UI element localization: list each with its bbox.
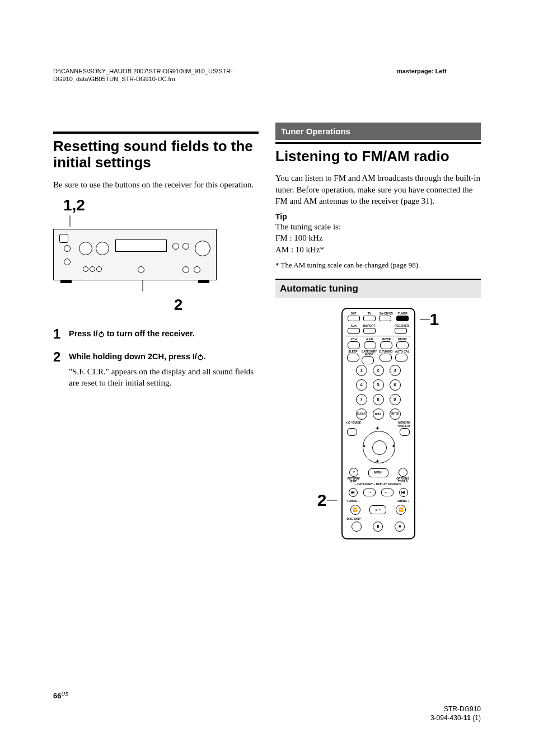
category-label: – CATEGORY + REPLAY ADVANCE <box>343 482 414 486</box>
tip-line: FM : 100 kHz <box>275 232 481 243</box>
file-path-header: D:\CANNES\SONY_HA\JOB 2007\STR-DG910\IM_… <box>53 67 481 83</box>
document-page: D:\CANNES\SONY_HA\JOB 2007\STR-DG910\IM_… <box>0 0 534 756</box>
leader-line-bottom <box>53 280 216 292</box>
right-paragraph: You can listen to FM and AM broadcasts t… <box>275 172 481 206</box>
power-icon <box>98 331 105 337</box>
receiver-illustration <box>53 229 217 280</box>
callout-2-wrap: 2 <box>317 492 337 509</box>
page-number: 66US <box>53 691 68 700</box>
doc-id-footer: STR-DG910 3-094-430-11 (1) <box>430 705 481 722</box>
step-1-title: Press I/ to turn off the receiver. <box>69 328 259 340</box>
disc-skip-label: DISC SKIP <box>347 517 361 520</box>
file-path: D:\CANNES\SONY_HA\JOB 2007\STR-DG910\IM_… <box>53 67 294 83</box>
left-column: Resetting sound fields to the initial se… <box>53 123 259 539</box>
step-1: 1 Press I/ to turn off the receiver. <box>53 327 259 343</box>
power-icon <box>197 354 204 360</box>
footnote: * The AM tuning scale can be changed (pa… <box>275 261 481 270</box>
memory-label: MEMORY *DISPLAY <box>393 421 411 428</box>
right-column: Tuner Operations Listening to FM/AM radi… <box>275 123 481 539</box>
section-heading: Tuner Operations <box>275 123 481 140</box>
step-2-desc: "S.F. CLR." appears on the display and a… <box>69 366 259 389</box>
remote-illustration: SAT TV SA-CD/CD TUNER AUX DMPORT . RECEI… <box>341 308 415 539</box>
step-number: 1 <box>53 327 69 343</box>
model-name: STR-DG910 <box>430 705 481 713</box>
remote-diagram: 2 SAT TV SA-CD/CD TUNER AUX DMPORT <box>275 308 481 539</box>
tip-line: The tuning scale is: <box>275 221 481 232</box>
guide-label: >10 *GUIDE <box>346 421 363 424</box>
step-list: 1 Press I/ to turn off the receiver. 2 W… <box>53 327 259 389</box>
right-title: Listening to FM/AM radio <box>275 148 481 165</box>
callout-1: 1 <box>430 311 439 328</box>
leader-line-top <box>53 215 216 227</box>
masterpage-indicator: masterpage: Left <box>397 67 481 83</box>
masterpage-value: Left <box>435 68 446 74</box>
sub-heading: Automatic tuning <box>275 279 481 298</box>
left-title: Resetting sound fields to the initial se… <box>53 138 259 172</box>
receiver-diagram: 1,2 <box>53 196 259 314</box>
tip-heading: Tip <box>275 212 481 221</box>
section-rule <box>275 142 481 144</box>
section-rule <box>53 132 259 134</box>
callout-2: 2 <box>317 492 327 509</box>
step-2: 2 While holding down 2CH, press I/. "S.F… <box>53 350 259 388</box>
diagram-label-bottom: 2 <box>53 296 259 314</box>
leader-line <box>327 498 337 503</box>
left-intro: Be sure to use the buttons on the receiv… <box>53 179 259 190</box>
step-number: 2 <box>53 350 69 388</box>
masterpage-label: masterpage: <box>397 68 433 74</box>
leader-line <box>420 317 430 322</box>
tip-line: AM : 10 kHz* <box>275 244 481 255</box>
step-2-title: While holding down 2CH, press I/. <box>69 351 259 363</box>
callout-1-wrap: 1 <box>420 311 439 328</box>
diagram-label-top: 1,2 <box>53 196 259 214</box>
